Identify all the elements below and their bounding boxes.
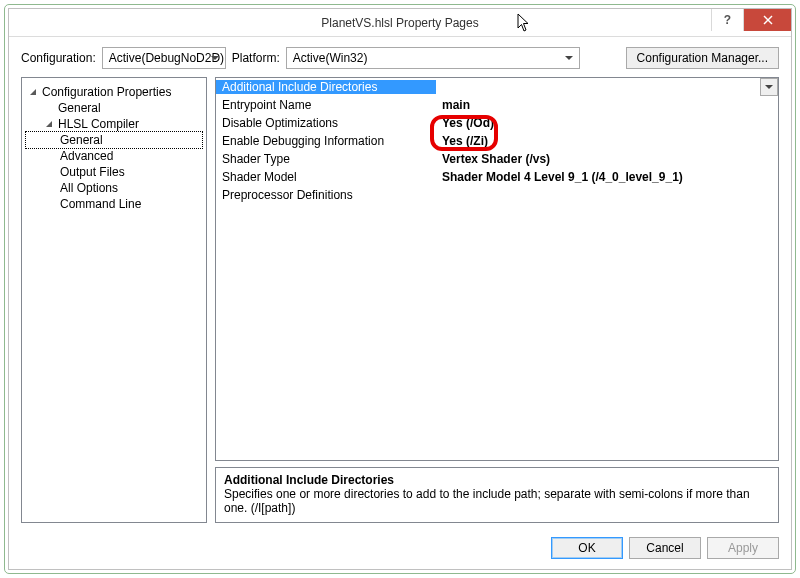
close-icon (763, 15, 773, 25)
description-title: Additional Include Directories (224, 473, 770, 487)
description-text: Specifies one or more directories to add… (224, 487, 770, 515)
cursor-icon (517, 13, 531, 33)
expander-open-icon[interactable] (28, 87, 38, 97)
grid-label: Shader Model (216, 170, 436, 184)
grid-row[interactable]: Shader Type Vertex Shader (/vs) (216, 150, 778, 168)
grid-label: Additional Include Directories (216, 80, 436, 94)
configuration-label: Configuration: (21, 51, 96, 65)
grid-row[interactable]: Preprocessor Definitions (216, 186, 778, 204)
dialog-buttons: OK Cancel Apply (9, 531, 791, 569)
tree-item-hlsl-compiler[interactable]: HLSL Compiler (26, 116, 202, 132)
ok-button[interactable]: OK (551, 537, 623, 559)
grid-value[interactable]: main (436, 98, 778, 112)
grid-label: Shader Type (216, 152, 436, 166)
platform-label: Platform: (232, 51, 280, 65)
tree-root[interactable]: Configuration Properties (26, 84, 202, 100)
expander-open-icon[interactable] (44, 119, 54, 129)
nav-tree[interactable]: Configuration Properties General HLSL Co… (21, 77, 207, 523)
configuration-manager-button[interactable]: Configuration Manager... (626, 47, 779, 69)
titlebar: PlanetVS.hlsl Property Pages ? (9, 9, 791, 37)
tree-item-hlsl-all-options[interactable]: All Options (26, 180, 202, 196)
grid-value[interactable]: Shader Model 4 Level 9_1 (/4_0_level_9_1… (436, 170, 778, 184)
tree-item-hlsl-advanced[interactable]: Advanced (26, 148, 202, 164)
grid-row[interactable]: Entrypoint Name main (216, 96, 778, 114)
grid-row[interactable]: Shader Model Shader Model 4 Level 9_1 (/… (216, 168, 778, 186)
tree-item-hlsl-general[interactable]: General (26, 132, 202, 148)
config-bar: Configuration: Active(DebugNoD2D) Platfo… (9, 37, 791, 77)
help-button[interactable]: ? (711, 9, 743, 31)
grid-label: Entrypoint Name (216, 98, 436, 112)
window-title: PlanetVS.hlsl Property Pages (321, 16, 478, 30)
tree-item-general[interactable]: General (26, 100, 202, 116)
close-button[interactable] (743, 9, 791, 31)
grid-value[interactable]: Yes (/Zi) (436, 134, 778, 148)
grid-label: Enable Debugging Information (216, 134, 436, 148)
grid-row[interactable]: Enable Debugging Information Yes (/Zi) (216, 132, 778, 150)
tree-item-hlsl-command-line[interactable]: Command Line (26, 196, 202, 212)
property-grid[interactable]: Additional Include Directories Entrypoin… (215, 77, 779, 461)
description-panel: Additional Include Directories Specifies… (215, 467, 779, 523)
grid-value[interactable]: Yes (/Od) (436, 116, 778, 130)
grid-row[interactable]: Additional Include Directories (216, 78, 778, 96)
apply-button: Apply (707, 537, 779, 559)
grid-value[interactable]: Vertex Shader (/vs) (436, 152, 778, 166)
tree-item-hlsl-output-files[interactable]: Output Files (26, 164, 202, 180)
grid-label: Preprocessor Definitions (216, 188, 436, 202)
property-pages-dialog: PlanetVS.hlsl Property Pages ? Configura… (8, 8, 792, 570)
cancel-button[interactable]: Cancel (629, 537, 701, 559)
platform-dropdown[interactable]: Active(Win32) (286, 47, 580, 69)
configuration-dropdown[interactable]: Active(DebugNoD2D) (102, 47, 226, 69)
grid-label: Disable Optimizations (216, 116, 436, 130)
grid-row[interactable]: Disable Optimizations Yes (/Od) (216, 114, 778, 132)
grid-dropdown-button[interactable] (760, 78, 778, 96)
